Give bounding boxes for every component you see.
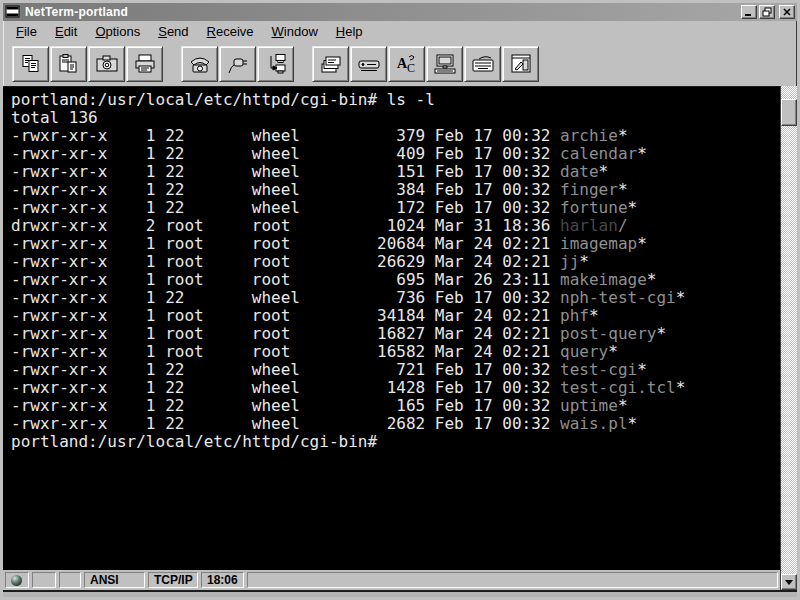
keyboard-map-button[interactable] [464,46,501,82]
status-cell-blank-1 [32,572,56,588]
terminal-line: -rwxr-xr-x 1 22 wheel 2682 Feb 17 00:32 … [11,415,780,433]
modem-setup-button[interactable] [350,46,387,82]
menu-send[interactable]: Send [149,22,197,41]
terminal-line: portland:/usr/local/etc/httpd/cgi-bin# l… [11,91,780,109]
paste-button[interactable] [50,46,87,82]
connection-sphere-icon [11,575,22,586]
scroll-down-button[interactable] [781,574,797,590]
restore-button[interactable] [759,5,775,19]
toolbar-group-2 [181,46,295,82]
keyboard-map-icon [470,53,496,75]
minimize-button[interactable] [741,5,757,19]
close-icon [781,6,793,18]
menu-edit[interactable]: Edit [46,22,86,41]
terminal-line: -rwxr-xr-x 1 22 wheel 736 Feb 17 00:32 n… [11,289,780,307]
terminal-line: portland:/usr/local/etc/httpd/cgi-bin# [11,433,780,451]
file-transfer-button[interactable] [257,46,294,82]
emulation-button[interactable] [426,46,463,82]
terminal-line: -rwxr-xr-x 1 root root 16827 Mar 24 02:2… [11,325,780,343]
svg-text:C: C [407,61,415,75]
toolbar-group-3: AC [312,46,540,82]
menu-options[interactable]: Options [86,22,149,41]
toolbar: AC [3,42,797,86]
menu-bar: FileEditOptionsSendReceiveWindowHelp [3,21,797,42]
font-button[interactable]: AC [388,46,425,82]
scrollbar-track[interactable] [780,86,797,590]
file-transfer-icon [263,53,289,75]
message-area [247,572,778,588]
print-button[interactable] [126,46,163,82]
menu-window[interactable]: Window [263,22,327,41]
window-title: NetTerm-portland [25,5,739,19]
emulation-status: ANSI [84,572,145,588]
terminal-screen[interactable]: portland:/usr/local/etc/httpd/cgi-bin# l… [3,86,780,570]
netterm-window: NetTerm-portland FileEditOptionsSendRece… [0,0,800,600]
dial-phone-icon [187,53,213,75]
minimize-icon [743,6,755,18]
disconnect-button[interactable] [219,46,256,82]
dial-phone-button[interactable] [181,46,218,82]
capture-button[interactable] [88,46,125,82]
disconnect-icon [225,53,251,75]
menu-help[interactable]: Help [327,22,372,41]
terminal-line: -rwxr-xr-x 1 22 wheel 1428 Feb 17 00:32 … [11,379,780,397]
terminal-setup-icon [508,53,534,75]
scrollbar-thumb[interactable] [781,99,797,126]
restore-icon [761,6,773,18]
menu-file[interactable]: File [7,22,46,41]
terminal-line: total 136 [11,109,780,127]
print-icon [132,53,158,75]
status-cell-blank-2 [59,572,81,588]
phone-directory-button[interactable] [312,46,349,82]
terminal-line: -rwxr-xr-x 1 root root 16582 Mar 24 02:2… [11,343,780,361]
phone-directory-icon [318,53,344,75]
paste-icon [56,53,82,75]
terminal-line: -rwxr-xr-x 1 root root 20684 Mar 24 02:2… [11,235,780,253]
terminal-line: -rwxr-xr-x 1 22 wheel 384 Feb 17 00:32 f… [11,181,780,199]
terminal-line: -rwxr-xr-x 1 22 wheel 409 Feb 17 00:32 c… [11,145,780,163]
main-area: portland:/usr/local/etc/httpd/cgi-bin# l… [3,86,797,590]
status-bar: ANSITCP/IP18:06 [3,570,780,590]
terminal-line: -rwxr-xr-x 1 22 wheel 165 Feb 17 00:32 u… [11,397,780,415]
terminal-line: -rwxr-xr-x 1 22 wheel 379 Feb 17 00:32 a… [11,127,780,145]
terminal-line: drwxr-xr-x 2 root root 1024 Mar 31 18:36… [11,217,780,235]
terminal-line: -rwxr-xr-x 1 22 wheel 721 Feb 17 00:32 t… [11,361,780,379]
title-bar: NetTerm-portland [3,3,797,21]
toolbar-group-1 [12,46,164,82]
netterm-app-icon [5,5,21,19]
terminal-line: -rwxr-xr-x 1 22 wheel 151 Feb 17 00:32 d… [11,163,780,181]
clock-status: 18:06 [201,572,244,588]
terminal-setup-button[interactable] [502,46,539,82]
protocol-status: TCP/IP [148,572,198,588]
modem-setup-icon [356,53,382,75]
menu-receive[interactable]: Receive [198,22,263,41]
terminal-line: -rwxr-xr-x 1 root root 26629 Mar 24 02:2… [11,253,780,271]
terminal-line: -rwxr-xr-x 1 root root 34184 Mar 24 02:2… [11,307,780,325]
copy-button[interactable] [12,46,49,82]
window-bottom-edge [3,590,797,597]
font-icon: AC [394,53,420,75]
terminal-line: -rwxr-xr-x 1 22 wheel 172 Feb 17 00:32 f… [11,199,780,217]
chevron-down-icon [785,580,793,585]
close-button[interactable] [779,5,795,19]
terminal-output: portland:/usr/local/etc/httpd/cgi-bin# l… [3,87,780,451]
terminal-line: -rwxr-xr-x 1 root root 695 Mar 26 23:11 … [11,271,780,289]
connection-indicator [5,572,29,588]
capture-icon [94,53,120,75]
emulation-icon [432,53,458,75]
copy-icon [18,53,44,75]
